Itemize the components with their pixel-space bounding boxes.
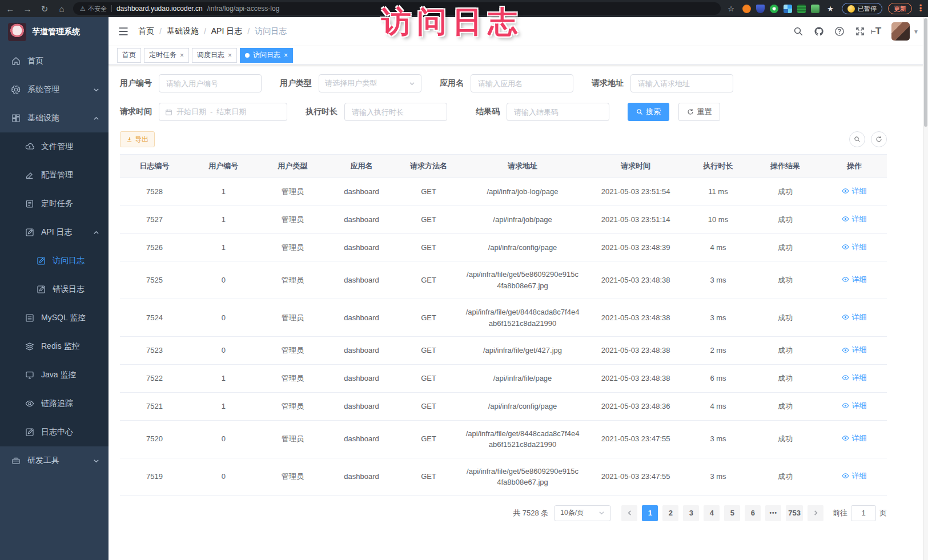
- breadcrumb-item[interactable]: 基础设施: [167, 26, 199, 37]
- request-url-input[interactable]: [630, 74, 733, 92]
- detail-link[interactable]: 详细: [842, 344, 866, 356]
- warning-icon: ⚠: [80, 5, 86, 13]
- sidebar-item-label: 定时任务: [41, 199, 73, 209]
- more-pages-icon[interactable]: •••: [765, 505, 781, 521]
- tab-scheduled-jobs[interactable]: 定时任务×: [144, 48, 189, 63]
- page-button[interactable]: 6: [745, 505, 761, 521]
- page-size-select[interactable]: 10条/页: [554, 505, 611, 521]
- export-button[interactable]: 导出: [120, 131, 155, 147]
- detail-link[interactable]: 详细: [842, 372, 866, 384]
- toggle-search-button[interactable]: [849, 131, 865, 147]
- prev-page-button[interactable]: [621, 505, 637, 521]
- breadcrumb-item[interactable]: 首页: [138, 26, 154, 37]
- page-button[interactable]: 2: [662, 505, 678, 521]
- close-icon[interactable]: ×: [284, 52, 288, 59]
- extension-icon-green-grid[interactable]: [797, 5, 806, 13]
- goto-page-input[interactable]: [851, 505, 876, 521]
- extension-icon-shield[interactable]: [756, 5, 765, 13]
- breadcrumb-item[interactable]: API 日志: [211, 26, 242, 37]
- page-button[interactable]: 4: [704, 505, 720, 521]
- detail-link[interactable]: 详细: [842, 274, 866, 285]
- chevron-left-icon: [626, 510, 633, 516]
- tab-schedule-log[interactable]: 调度日志×: [192, 48, 237, 63]
- sidebar-item-scheduled-jobs[interactable]: 定时任务: [0, 190, 109, 218]
- sidebar-item-redis-monitor[interactable]: Redis 监控: [0, 332, 109, 361]
- bookmark-star-icon[interactable]: ☆: [728, 5, 734, 13]
- search-icon[interactable]: [793, 26, 804, 37]
- detail-link[interactable]: 详细: [842, 241, 866, 253]
- help-icon[interactable]: [834, 26, 845, 37]
- address-bar[interactable]: ⚠ 不安全 dashboard.yudao.iocoder.cn/infra/l…: [73, 2, 721, 15]
- page-button[interactable]: 753: [786, 505, 803, 521]
- home-icon: [11, 57, 21, 66]
- close-icon[interactable]: ×: [180, 52, 184, 59]
- range-separator: -: [210, 108, 212, 116]
- page-button[interactable]: 1: [642, 505, 658, 521]
- browser-menu-icon[interactable]: •••: [918, 5, 923, 13]
- browser-back-icon[interactable]: ←: [5, 5, 16, 13]
- font-size-icon[interactable]: T: [875, 26, 881, 37]
- not-secure-warning[interactable]: ⚠ 不安全: [80, 5, 107, 13]
- sidebar-item-system[interactable]: 系统管理: [0, 75, 109, 104]
- user-id-input[interactable]: [159, 74, 262, 92]
- sidebar-item-file-manage[interactable]: 文件管理: [0, 132, 109, 161]
- browser-reload-icon[interactable]: ↻: [39, 5, 50, 13]
- reset-button[interactable]: 重置: [678, 103, 720, 121]
- sidebar-item-home[interactable]: 首页: [0, 47, 109, 75]
- hamburger-icon[interactable]: [118, 26, 129, 37]
- sidebar-item-log-center[interactable]: 日志中心: [0, 418, 109, 446]
- avatar: [891, 22, 910, 41]
- app-name-input[interactable]: [471, 74, 573, 92]
- sidebar-item-api-log[interactable]: API 日志: [0, 218, 109, 247]
- scrollbar[interactable]: [923, 17, 928, 560]
- extension-icon-green-small[interactable]: [811, 5, 819, 13]
- page-button[interactable]: 5: [724, 505, 740, 521]
- page-button[interactable]: 3: [683, 505, 699, 521]
- result-code-input[interactable]: [507, 103, 609, 121]
- eye-icon: [842, 276, 849, 283]
- chevron-up-icon: [93, 115, 99, 122]
- calendar-icon: [165, 108, 172, 116]
- profile-paused-badge[interactable]: 已暂停: [842, 3, 882, 14]
- extension-icon-orange[interactable]: [742, 5, 751, 13]
- detail-link[interactable]: 详细: [842, 213, 866, 225]
- extensions-pin-icon[interactable]: ★: [825, 5, 836, 13]
- user-menu[interactable]: ▼: [891, 22, 919, 41]
- refresh-table-button[interactable]: [871, 131, 887, 147]
- sidebar-item-access-log[interactable]: 访问日志: [0, 247, 109, 275]
- detail-link[interactable]: 详细: [842, 433, 866, 444]
- user-type-select[interactable]: 请选择用户类型: [319, 74, 421, 92]
- browser-update-button[interactable]: 更新: [888, 3, 912, 14]
- search-button[interactable]: 搜索: [628, 103, 669, 121]
- sidebar-item-dev-tools[interactable]: 研发工具: [0, 446, 109, 475]
- close-icon[interactable]: ×: [228, 52, 232, 59]
- browser-home-icon[interactable]: ⌂: [56, 5, 67, 13]
- sidebar-item-label: 链路追踪: [41, 398, 73, 409]
- filter-user-type: 用户类型 请选择用户类型: [280, 74, 421, 92]
- url-host: dashboard.yudao.iocoder.cn: [116, 5, 203, 13]
- date-range-picker[interactable]: 开始日期 - 结束日期: [159, 103, 287, 121]
- sidebar-item-mysql-monitor[interactable]: MySQL 监控: [0, 304, 109, 332]
- sidebar-item-config-manage[interactable]: 配置管理: [0, 161, 109, 190]
- detail-link[interactable]: 详细: [842, 186, 866, 197]
- fullscreen-icon[interactable]: [855, 26, 865, 37]
- scrollbar-thumb[interactable]: [924, 18, 927, 127]
- github-icon[interactable]: [814, 26, 824, 37]
- sidebar-item-infra[interactable]: 基础设施: [0, 104, 109, 132]
- next-page-button[interactable]: [808, 505, 823, 521]
- sidebar-item-error-log[interactable]: 错误日志: [0, 275, 109, 304]
- app-logo[interactable]: 芋道管理系统: [0, 17, 109, 47]
- detail-link[interactable]: 详细: [842, 400, 866, 412]
- detail-link[interactable]: 详细: [842, 312, 866, 323]
- tab-home[interactable]: 首页: [117, 48, 141, 63]
- browser-forward-icon[interactable]: →: [22, 5, 33, 13]
- detail-link[interactable]: 详细: [842, 470, 866, 482]
- extension-icon-blue-puzzle[interactable]: [784, 5, 792, 13]
- sidebar-item-trace[interactable]: 链路追踪: [0, 389, 109, 418]
- tab-access-log[interactable]: 访问日志×: [240, 48, 293, 63]
- sidebar-item-java-monitor[interactable]: Java 监控: [0, 361, 109, 389]
- refresh-icon: [875, 136, 882, 143]
- duration-input[interactable]: [344, 103, 447, 121]
- extension-icon-green-circle[interactable]: [770, 5, 778, 13]
- col-header: 请求地址: [461, 155, 584, 178]
